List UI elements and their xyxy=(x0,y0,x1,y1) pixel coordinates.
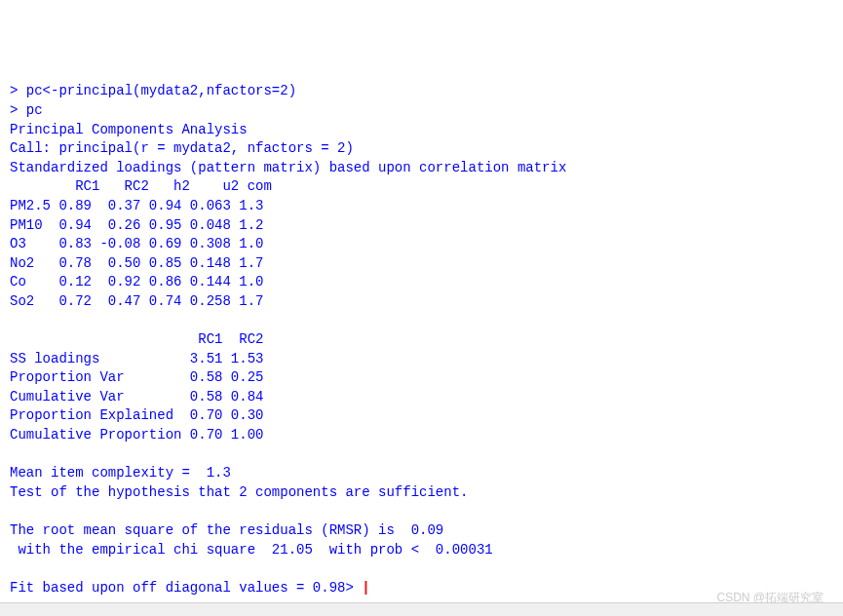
command-line-1: pc<-principal(mydata2,nfactors=2) xyxy=(26,83,296,98)
prompt-char: > xyxy=(345,580,353,596)
prompt-char: > xyxy=(10,83,18,98)
loadings-row: PM2.5 0.89 0.37 0.94 0.063 1.3 xyxy=(10,198,263,213)
loadings-row: PM10 0.94 0.26 0.95 0.048 1.2 xyxy=(10,217,263,233)
prompt-char: > xyxy=(10,102,18,118)
output-call: Call: principal(r = mydata2, nfactors = … xyxy=(10,140,354,156)
variance-row: Cumulative Proportion 0.70 1.00 xyxy=(10,427,263,443)
variance-row: SS loadings 3.51 1.53 xyxy=(10,351,263,366)
console-output: > pc<-principal(mydata2,nfactors=2) > pc… xyxy=(10,82,833,597)
loadings-col-header: RC1 RC2 h2 u2 com xyxy=(10,178,272,194)
loadings-header: Standardized loadings (pattern matrix) b… xyxy=(10,160,566,175)
mean-complexity: Mean item complexity = 1.3 xyxy=(10,465,231,481)
fit-line: Fit based upon off diagonal values = 0.9… xyxy=(10,580,345,596)
variance-row: Cumulative Var 0.58 0.84 xyxy=(10,389,263,404)
cursor[interactable]: | xyxy=(362,580,369,596)
command-line-2: pc xyxy=(26,102,43,118)
chisq-line: with the empirical chi square 21.05 with… xyxy=(10,542,501,558)
loadings-row: No2 0.78 0.50 0.85 0.148 1.7 xyxy=(10,255,263,271)
output-title: Principal Components Analysis xyxy=(10,122,248,137)
rmsr-line: The root mean square of the residuals (R… xyxy=(10,522,443,538)
loadings-row: O3 0.83 -0.08 0.69 0.308 1.0 xyxy=(10,236,263,251)
hypothesis-test: Test of the hypothesis that 2 components… xyxy=(10,484,468,500)
loadings-row: Co 0.12 0.92 0.86 0.144 1.0 xyxy=(10,274,263,289)
loadings-row: So2 0.72 0.47 0.74 0.258 1.7 xyxy=(10,293,263,309)
horizontal-scrollbar[interactable]: ◄ ► xyxy=(0,602,843,616)
variance-row: Proportion Explained 0.70 0.30 xyxy=(10,407,263,423)
variance-header: RC1 RC2 xyxy=(10,331,263,347)
variance-row: Proportion Var 0.58 0.25 xyxy=(10,369,263,385)
